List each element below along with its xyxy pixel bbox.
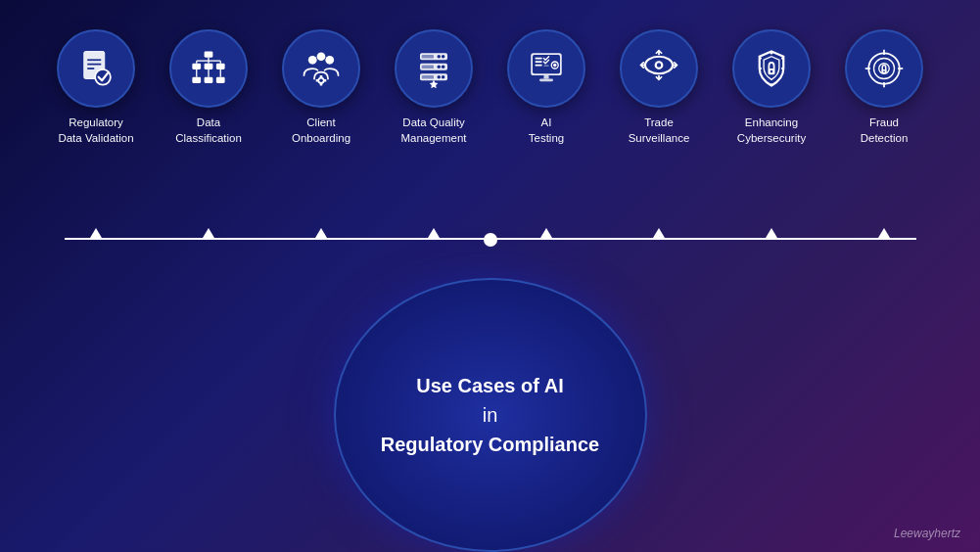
main-container: RegulatoryData Validation bbox=[0, 0, 980, 552]
icon-item-data-quality-management: Data QualityManagement bbox=[378, 29, 490, 147]
arrow-surveillance bbox=[603, 228, 716, 238]
arrow-classification bbox=[153, 228, 265, 238]
icon-circle-ai-testing bbox=[507, 29, 585, 108]
svg-rect-50 bbox=[543, 75, 548, 79]
arrow-cybersecurity bbox=[716, 228, 828, 238]
bottom-circle: Use Cases of AI in Regulatory Compliance bbox=[334, 278, 647, 552]
bottom-circle-text: Use Cases of AI in Regulatory Compliance bbox=[381, 371, 599, 459]
data-classification-icon bbox=[188, 48, 229, 89]
icon-circle-data-classification bbox=[169, 29, 248, 108]
icon-item-ai-testing: AITesting bbox=[490, 29, 603, 147]
document-check-icon bbox=[75, 48, 117, 89]
fraud-detection-icon bbox=[863, 48, 905, 89]
svg-point-68 bbox=[874, 59, 895, 79]
svg-rect-46 bbox=[536, 65, 542, 67]
icon-item-trade-surveillance: TradeSurveillance bbox=[603, 29, 716, 147]
svg-rect-16 bbox=[216, 77, 225, 83]
center-dot bbox=[484, 233, 497, 247]
icon-circle-trade-surveillance bbox=[620, 29, 698, 108]
svg-rect-47 bbox=[543, 66, 548, 67]
arrow-onboarding bbox=[265, 228, 378, 238]
bottom-circle-wrapper: Use Cases of AI in Regulatory Compliance bbox=[334, 288, 647, 552]
svg-point-75 bbox=[883, 70, 885, 72]
svg-point-22 bbox=[317, 52, 326, 61]
svg-point-38 bbox=[442, 75, 445, 79]
svg-point-63 bbox=[781, 68, 784, 70]
watermark: Leewayhertz bbox=[894, 527, 960, 540]
icon-circle-enhancing-cybersecurity bbox=[732, 29, 811, 108]
icon-label-enhancing-cybersecurity: EnhancingCybersecurity bbox=[737, 115, 806, 147]
icons-row: RegulatoryData Validation bbox=[0, 0, 980, 147]
svg-rect-9 bbox=[216, 64, 225, 69]
icon-label-regulatory-data-validation: RegulatoryData Validation bbox=[58, 115, 133, 147]
icon-item-enhancing-cybersecurity: EnhancingCybersecurity bbox=[716, 29, 828, 147]
svg-point-5 bbox=[95, 69, 111, 85]
svg-point-39 bbox=[438, 75, 442, 79]
data-quality-management-icon bbox=[413, 48, 454, 89]
svg-rect-45 bbox=[536, 61, 542, 63]
svg-rect-32 bbox=[422, 55, 434, 59]
icon-item-fraud-detection: FraudDetection bbox=[828, 29, 941, 147]
svg-rect-28 bbox=[324, 79, 327, 82]
arrow-ai-testing bbox=[490, 228, 603, 238]
icon-item-data-classification: DataClassification bbox=[153, 29, 265, 147]
icon-label-data-quality-management: Data QualityManagement bbox=[400, 115, 466, 147]
svg-marker-41 bbox=[430, 79, 439, 88]
svg-point-24 bbox=[319, 79, 323, 83]
timeline-section bbox=[0, 210, 980, 240]
svg-rect-51 bbox=[539, 79, 553, 82]
svg-rect-26 bbox=[320, 83, 323, 86]
svg-rect-7 bbox=[192, 64, 201, 69]
svg-point-62 bbox=[781, 57, 784, 60]
svg-point-54 bbox=[657, 63, 661, 67]
arrow-regulatory bbox=[40, 228, 153, 238]
client-onboarding-icon bbox=[301, 48, 342, 89]
svg-point-34 bbox=[442, 66, 445, 69]
svg-rect-15 bbox=[205, 77, 213, 83]
icon-label-fraud-detection: FraudDetection bbox=[861, 115, 909, 147]
svg-rect-14 bbox=[192, 77, 201, 83]
svg-point-65 bbox=[759, 68, 762, 70]
icon-circle-client-onboarding bbox=[282, 29, 360, 108]
svg-point-21 bbox=[325, 56, 334, 65]
svg-point-66 bbox=[759, 57, 762, 60]
svg-rect-25 bbox=[320, 75, 323, 78]
enhancing-cybersecurity-icon bbox=[751, 48, 792, 89]
icon-circle-data-quality-management bbox=[395, 29, 473, 108]
svg-point-30 bbox=[442, 55, 445, 59]
icon-item-client-onboarding: ClientOnboarding bbox=[265, 29, 378, 147]
arrow-quality bbox=[378, 228, 490, 238]
icon-item-regulatory-data-validation: RegulatoryData Validation bbox=[40, 29, 153, 147]
svg-point-61 bbox=[770, 52, 773, 55]
svg-rect-27 bbox=[316, 79, 319, 82]
icon-label-data-classification: DataClassification bbox=[175, 115, 242, 147]
svg-rect-44 bbox=[536, 58, 542, 60]
icon-circle-fraud-detection bbox=[845, 29, 923, 108]
circle-line2: in bbox=[381, 400, 599, 430]
svg-rect-8 bbox=[205, 64, 213, 69]
icon-label-client-onboarding: ClientOnboarding bbox=[292, 115, 350, 147]
icon-label-trade-surveillance: TradeSurveillance bbox=[629, 115, 690, 147]
svg-point-60 bbox=[770, 70, 773, 73]
circle-line1: Use Cases of AI bbox=[381, 371, 599, 400]
svg-point-49 bbox=[553, 64, 557, 68]
ai-testing-icon bbox=[526, 48, 567, 89]
icon-label-ai-testing: AITesting bbox=[529, 115, 564, 147]
svg-point-31 bbox=[438, 55, 442, 59]
svg-point-64 bbox=[770, 83, 773, 86]
svg-point-20 bbox=[308, 56, 317, 65]
arrow-fraud bbox=[828, 228, 941, 238]
svg-rect-6 bbox=[205, 52, 213, 58]
icon-circle-regulatory-data-validation bbox=[57, 29, 135, 108]
svg-point-35 bbox=[438, 66, 442, 69]
trade-surveillance-icon bbox=[638, 48, 679, 89]
svg-rect-40 bbox=[422, 75, 434, 79]
circle-line3: Regulatory Compliance bbox=[381, 430, 599, 459]
horizontal-line bbox=[65, 238, 916, 240]
svg-rect-36 bbox=[422, 66, 434, 69]
